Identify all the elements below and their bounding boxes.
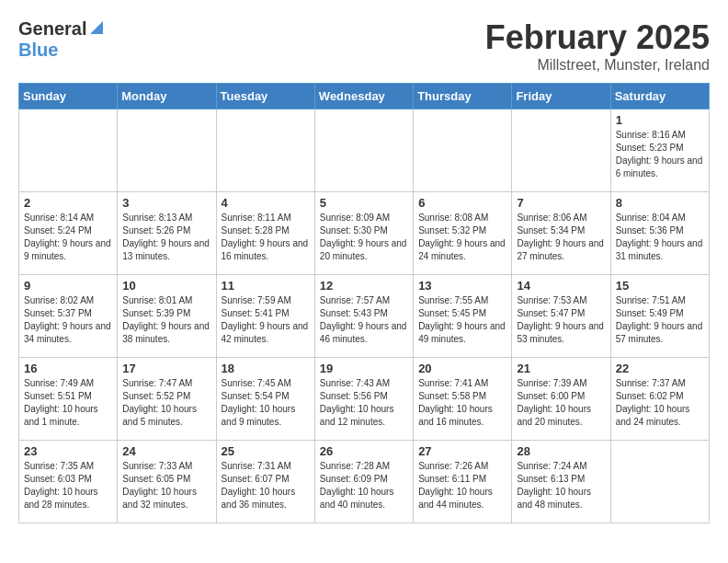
day-number: 13 bbox=[418, 279, 506, 293]
title-area: February 2025 Millstreet, Munster, Irela… bbox=[485, 18, 710, 74]
weekday-header-tuesday: Tuesday bbox=[216, 84, 314, 109]
day-cell: 17Sunrise: 7:47 AM Sunset: 5:52 PM Dayli… bbox=[118, 358, 216, 441]
week-row-3: 9Sunrise: 8:02 AM Sunset: 5:37 PM Daylig… bbox=[19, 275, 710, 358]
day-number: 6 bbox=[418, 196, 506, 210]
day-info: Sunrise: 7:37 AM Sunset: 6:02 PM Dayligh… bbox=[616, 377, 704, 429]
day-cell: 3Sunrise: 8:13 AM Sunset: 5:26 PM Daylig… bbox=[118, 192, 216, 275]
logo: General Blue bbox=[18, 18, 105, 61]
day-info: Sunrise: 8:16 AM Sunset: 5:23 PM Dayligh… bbox=[616, 129, 704, 180]
day-number: 22 bbox=[616, 362, 704, 375]
day-cell: 22Sunrise: 7:37 AM Sunset: 6:02 PM Dayli… bbox=[610, 358, 709, 441]
day-cell: 2Sunrise: 8:14 AM Sunset: 5:24 PM Daylig… bbox=[19, 192, 118, 275]
location-title: Millstreet, Munster, Ireland bbox=[485, 57, 710, 74]
day-cell: 24Sunrise: 7:33 AM Sunset: 6:05 PM Dayli… bbox=[118, 441, 216, 523]
day-number: 28 bbox=[517, 444, 605, 458]
weekday-header-wednesday: Wednesday bbox=[314, 84, 413, 109]
day-cell bbox=[610, 441, 709, 523]
weekday-header-thursday: Thursday bbox=[414, 84, 512, 109]
day-info: Sunrise: 8:13 AM Sunset: 5:26 PM Dayligh… bbox=[122, 212, 210, 263]
day-number: 21 bbox=[517, 362, 605, 375]
day-info: Sunrise: 8:04 AM Sunset: 5:36 PM Dayligh… bbox=[616, 212, 704, 263]
day-cell: 1Sunrise: 8:16 AM Sunset: 5:23 PM Daylig… bbox=[610, 109, 709, 192]
day-cell: 27Sunrise: 7:26 AM Sunset: 6:11 PM Dayli… bbox=[414, 441, 512, 523]
day-info: Sunrise: 8:08 AM Sunset: 5:32 PM Dayligh… bbox=[418, 212, 506, 263]
day-info: Sunrise: 8:11 AM Sunset: 5:28 PM Dayligh… bbox=[222, 212, 310, 263]
day-number: 3 bbox=[122, 196, 210, 210]
day-cell: 16Sunrise: 7:49 AM Sunset: 5:51 PM Dayli… bbox=[19, 358, 118, 441]
logo-blue: Blue bbox=[18, 40, 58, 60]
day-number: 24 bbox=[122, 444, 210, 458]
day-info: Sunrise: 7:28 AM Sunset: 6:09 PM Dayligh… bbox=[320, 460, 408, 511]
week-row-5: 23Sunrise: 7:35 AM Sunset: 6:03 PM Dayli… bbox=[19, 441, 710, 523]
day-cell bbox=[19, 109, 118, 192]
day-info: Sunrise: 7:35 AM Sunset: 6:03 PM Dayligh… bbox=[24, 460, 112, 511]
weekday-header-sunday: Sunday bbox=[19, 84, 118, 109]
weekday-header-friday: Friday bbox=[512, 84, 610, 109]
day-cell: 9Sunrise: 8:02 AM Sunset: 5:37 PM Daylig… bbox=[19, 275, 118, 358]
day-number: 5 bbox=[320, 196, 408, 210]
day-number: 14 bbox=[517, 279, 605, 293]
day-info: Sunrise: 7:59 AM Sunset: 5:41 PM Dayligh… bbox=[222, 294, 310, 346]
day-info: Sunrise: 7:49 AM Sunset: 5:51 PM Dayligh… bbox=[24, 377, 112, 429]
day-info: Sunrise: 8:01 AM Sunset: 5:39 PM Dayligh… bbox=[122, 294, 210, 346]
calendar: SundayMondayTuesdayWednesdayThursdayFrid… bbox=[18, 83, 710, 523]
day-cell: 14Sunrise: 7:53 AM Sunset: 5:47 PM Dayli… bbox=[512, 275, 610, 358]
day-number: 11 bbox=[222, 279, 310, 293]
svg-marker-0 bbox=[90, 21, 103, 34]
day-number: 17 bbox=[122, 362, 210, 375]
day-number: 4 bbox=[222, 196, 310, 210]
day-cell: 12Sunrise: 7:57 AM Sunset: 5:43 PM Dayli… bbox=[314, 275, 413, 358]
day-info: Sunrise: 7:53 AM Sunset: 5:47 PM Dayligh… bbox=[517, 294, 605, 346]
day-cell: 11Sunrise: 7:59 AM Sunset: 5:41 PM Dayli… bbox=[216, 275, 314, 358]
day-number: 12 bbox=[320, 279, 408, 293]
day-cell: 15Sunrise: 7:51 AM Sunset: 5:49 PM Dayli… bbox=[610, 275, 709, 358]
day-cell: 28Sunrise: 7:24 AM Sunset: 6:13 PM Dayli… bbox=[512, 441, 610, 523]
day-number: 26 bbox=[320, 444, 408, 458]
day-number: 2 bbox=[24, 196, 112, 210]
day-cell: 10Sunrise: 8:01 AM Sunset: 5:39 PM Dayli… bbox=[118, 275, 216, 358]
weekday-header-monday: Monday bbox=[118, 84, 216, 109]
weekday-header-row: SundayMondayTuesdayWednesdayThursdayFrid… bbox=[19, 84, 710, 109]
day-number: 25 bbox=[222, 444, 310, 458]
week-row-2: 2Sunrise: 8:14 AM Sunset: 5:24 PM Daylig… bbox=[19, 192, 710, 275]
day-info: Sunrise: 7:51 AM Sunset: 5:49 PM Dayligh… bbox=[616, 294, 704, 346]
logo-general: General bbox=[18, 18, 86, 40]
day-cell: 18Sunrise: 7:45 AM Sunset: 5:54 PM Dayli… bbox=[216, 358, 314, 441]
day-number: 9 bbox=[24, 279, 112, 293]
day-cell bbox=[414, 109, 512, 192]
day-info: Sunrise: 7:47 AM Sunset: 5:52 PM Dayligh… bbox=[122, 377, 210, 429]
day-cell: 21Sunrise: 7:39 AM Sunset: 6:00 PM Dayli… bbox=[512, 358, 610, 441]
day-cell: 8Sunrise: 8:04 AM Sunset: 5:36 PM Daylig… bbox=[610, 192, 709, 275]
day-cell bbox=[216, 109, 314, 192]
day-info: Sunrise: 7:45 AM Sunset: 5:54 PM Dayligh… bbox=[222, 377, 310, 429]
day-info: Sunrise: 7:55 AM Sunset: 5:45 PM Dayligh… bbox=[418, 294, 506, 346]
day-cell: 20Sunrise: 7:41 AM Sunset: 5:58 PM Dayli… bbox=[414, 358, 512, 441]
month-title: February 2025 bbox=[485, 18, 710, 57]
day-number: 18 bbox=[222, 362, 310, 375]
day-cell: 13Sunrise: 7:55 AM Sunset: 5:45 PM Dayli… bbox=[414, 275, 512, 358]
day-cell: 23Sunrise: 7:35 AM Sunset: 6:03 PM Dayli… bbox=[19, 441, 118, 523]
logo-triangle-icon bbox=[88, 19, 105, 40]
day-number: 27 bbox=[418, 444, 506, 458]
day-number: 23 bbox=[24, 444, 112, 458]
day-cell bbox=[314, 109, 413, 192]
day-info: Sunrise: 7:26 AM Sunset: 6:11 PM Dayligh… bbox=[418, 460, 506, 511]
day-cell: 7Sunrise: 8:06 AM Sunset: 5:34 PM Daylig… bbox=[512, 192, 610, 275]
day-info: Sunrise: 7:39 AM Sunset: 6:00 PM Dayligh… bbox=[517, 377, 605, 429]
day-cell: 26Sunrise: 7:28 AM Sunset: 6:09 PM Dayli… bbox=[314, 441, 413, 523]
day-number: 16 bbox=[24, 362, 112, 375]
day-cell: 25Sunrise: 7:31 AM Sunset: 6:07 PM Dayli… bbox=[216, 441, 314, 523]
day-info: Sunrise: 8:09 AM Sunset: 5:30 PM Dayligh… bbox=[320, 212, 408, 263]
day-info: Sunrise: 7:31 AM Sunset: 6:07 PM Dayligh… bbox=[222, 460, 310, 511]
day-number: 1 bbox=[616, 113, 704, 127]
day-info: Sunrise: 8:02 AM Sunset: 5:37 PM Dayligh… bbox=[24, 294, 112, 346]
day-cell bbox=[118, 109, 216, 192]
day-info: Sunrise: 8:06 AM Sunset: 5:34 PM Dayligh… bbox=[517, 212, 605, 263]
day-cell: 4Sunrise: 8:11 AM Sunset: 5:28 PM Daylig… bbox=[216, 192, 314, 275]
day-cell bbox=[512, 109, 610, 192]
day-info: Sunrise: 7:41 AM Sunset: 5:58 PM Dayligh… bbox=[418, 377, 506, 429]
day-number: 20 bbox=[418, 362, 506, 375]
header: General Blue February 2025 Millstreet, M… bbox=[18, 18, 710, 74]
day-info: Sunrise: 7:24 AM Sunset: 6:13 PM Dayligh… bbox=[517, 460, 605, 511]
day-number: 7 bbox=[517, 196, 605, 210]
